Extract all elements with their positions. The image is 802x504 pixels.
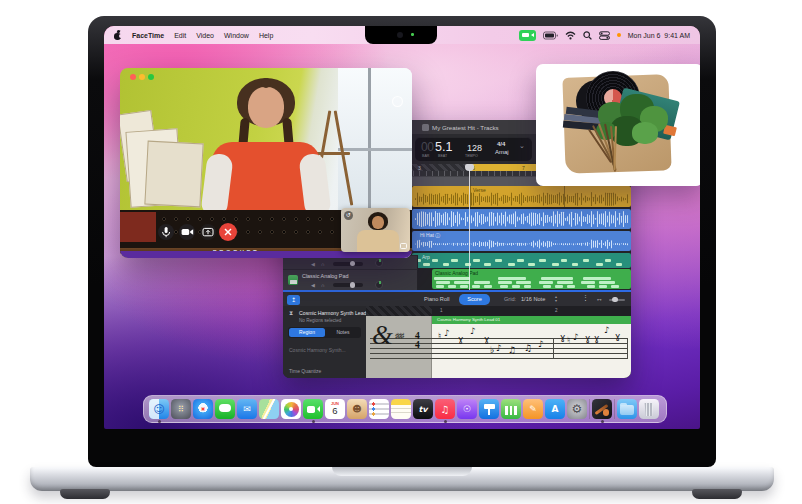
dock-item-tv[interactable]: tv	[413, 399, 433, 419]
menu-edit[interactable]: Edit	[174, 32, 186, 39]
audio-region-hihat[interactable]: Hi Hat ⓘ	[412, 231, 631, 251]
pan-knob[interactable]	[375, 281, 383, 289]
dock-item-maps[interactable]	[259, 399, 279, 419]
dock-item-facetime[interactable]	[303, 399, 323, 419]
audio-region-drums[interactable]: Verse	[412, 186, 631, 207]
dock-item-notes[interactable]	[391, 399, 411, 419]
lcd-bar-label: BAR	[422, 154, 429, 158]
sysprefs-icon: ⚙	[567, 399, 587, 419]
video-expand-control[interactable]	[392, 96, 403, 107]
menu-facetime[interactable]: FaceTime	[132, 32, 164, 39]
track-row-pad[interactable]: Classic Analog Pad Classic Analog Pad ◀ …	[283, 269, 631, 290]
facetime-window[interactable]: PROPHET	[120, 68, 412, 258]
pip-expand-icon[interactable]	[400, 243, 407, 249]
dock-item-music[interactable]: ♫	[435, 399, 455, 419]
volume-slider[interactable]	[333, 262, 363, 266]
region-name-field[interactable]: Cosmic Harmony Synth...	[289, 347, 346, 353]
webcam-active-light	[411, 33, 414, 36]
close-button[interactable]	[130, 74, 136, 80]
editor-zoom-slider[interactable]	[609, 299, 625, 301]
dock-item-podcasts[interactable]: ☉	[457, 399, 477, 419]
dock-item-sysprefs[interactable]: ⚙	[567, 399, 587, 419]
dock-item-reminders[interactable]	[369, 399, 389, 419]
track-header-pad[interactable]: Classic Analog Pad ◀ ∩	[283, 269, 418, 290]
flip-camera-icon[interactable]: ↺	[344, 211, 353, 220]
dock-item-appstore[interactable]: A	[545, 399, 565, 419]
tab-notes[interactable]: Notes	[326, 328, 360, 337]
apple-menu-icon[interactable]	[114, 31, 122, 40]
camera-button[interactable]	[179, 224, 195, 240]
tab-score[interactable]: Score	[459, 294, 490, 305]
mute-mic-button[interactable]	[158, 224, 174, 240]
dock-item-calendar[interactable]: JUN6	[325, 399, 345, 419]
dock-item-downloads[interactable]	[617, 399, 637, 419]
dock-item-garageband[interactable]	[592, 399, 612, 419]
mute-icon[interactable]: ◀	[311, 261, 315, 267]
dock-item-numbers[interactable]	[501, 399, 521, 419]
volume-slider[interactable]	[333, 283, 363, 287]
menu-bar-clock[interactable]: Mon Jun 6 9:41 AM	[628, 32, 690, 39]
menu-video[interactable]: Video	[196, 32, 214, 39]
dock-item-finder[interactable]: ☺	[149, 399, 169, 419]
rubber-foot	[60, 489, 110, 499]
share-screen-button[interactable]	[200, 224, 216, 240]
lcd-display[interactable]: 00 5.1 BAR BEAT 128 TEMPO 4/4 Amaj ⌄	[415, 137, 532, 161]
mute-icon[interactable]: ◀	[311, 282, 315, 288]
more-options-icon[interactable]: ⋮	[582, 294, 589, 302]
photo-window[interactable]	[536, 64, 700, 186]
score-notes: ♮♪ɣ♪ɣ♭♪♫♫♪ɣ♮♪ɣɣ♪ɣ	[366, 306, 631, 378]
search-icon[interactable]	[583, 31, 592, 40]
solo-icon[interactable]: ∩	[321, 261, 325, 267]
lcd-key: Amaj	[495, 149, 509, 155]
tab-piano-roll[interactable]: Piano Roll	[424, 296, 450, 302]
wifi-icon[interactable]	[565, 31, 576, 40]
tab-region[interactable]: Region	[289, 328, 325, 337]
midi-region-pad[interactable]: Classic Analog Pad	[432, 269, 631, 289]
lcd-chevron-icon[interactable]: ⌄	[519, 142, 525, 150]
macbook-screen-shell: FaceTimeEditVideoWindowHelp Mon Jun 6 9:…	[88, 16, 716, 467]
garageband-icon	[592, 399, 612, 419]
score-editor[interactable]: 1 2 Cosmic Harmony Synth Lead 01 & ♯♯♯ 4…	[366, 306, 631, 378]
dock-item-launchpad[interactable]: ⠿	[171, 399, 191, 419]
end-call-button[interactable]	[219, 223, 237, 241]
self-view-pip[interactable]: ↺	[341, 208, 410, 252]
midi-region-arp[interactable]: Arp	[412, 253, 631, 268]
control-center-icon[interactable]	[599, 31, 610, 40]
grid-value-dropdown[interactable]: 1/16 Note	[521, 296, 545, 302]
screen-camera-status-icon[interactable]	[519, 30, 536, 41]
solo-icon[interactable]: ∩	[321, 282, 325, 288]
running-indicator	[444, 420, 447, 423]
tv-icon: tv	[413, 399, 433, 419]
audio-region[interactable]	[412, 209, 631, 229]
dock-item-keynote[interactable]	[479, 399, 499, 419]
menu-help[interactable]: Help	[259, 32, 273, 39]
lid-lift-notch	[332, 467, 472, 476]
dock-divider	[589, 399, 590, 419]
midi-in-button[interactable]: ↥	[287, 295, 300, 305]
dock-item-contacts[interactable]: ☻	[347, 399, 367, 419]
proxy-icon	[422, 124, 429, 131]
time-quantize-label[interactable]: Time Quantize	[289, 368, 321, 374]
dock-item-pages[interactable]: ✎	[523, 399, 543, 419]
dock-item-messages[interactable]	[215, 399, 235, 419]
minimize-button[interactable]	[139, 74, 145, 80]
dock-item-mail[interactable]: ✉	[237, 399, 257, 419]
pan-knob[interactable]	[375, 259, 383, 267]
ruler-number: 3	[418, 165, 421, 171]
music-icon: ♫	[435, 399, 455, 419]
fullscreen-button[interactable]	[148, 74, 154, 80]
lcd-tempo-label: TEMPO	[465, 154, 478, 158]
inspector-title: Cosmic Harmony Synth Lead 01	[299, 310, 374, 316]
grid-stepper[interactable]: ▴▾	[555, 295, 557, 302]
dock-item-safari[interactable]: ✦	[193, 399, 213, 419]
pages-icon: ✎	[523, 399, 543, 419]
zoom-icon[interactable]: ↔	[596, 295, 603, 302]
mail-icon: ✉	[237, 399, 257, 419]
ruler-number: 7	[522, 165, 525, 171]
dock-item-photos[interactable]	[281, 399, 301, 419]
dock-item-trash[interactable]	[639, 399, 659, 419]
finder-icon: ☺	[149, 399, 169, 419]
running-indicator	[158, 420, 161, 423]
region-inspector: ⧗ Cosmic Harmony Synth Lead 01 No Region…	[283, 306, 366, 378]
menu-window[interactable]: Window	[224, 32, 249, 39]
